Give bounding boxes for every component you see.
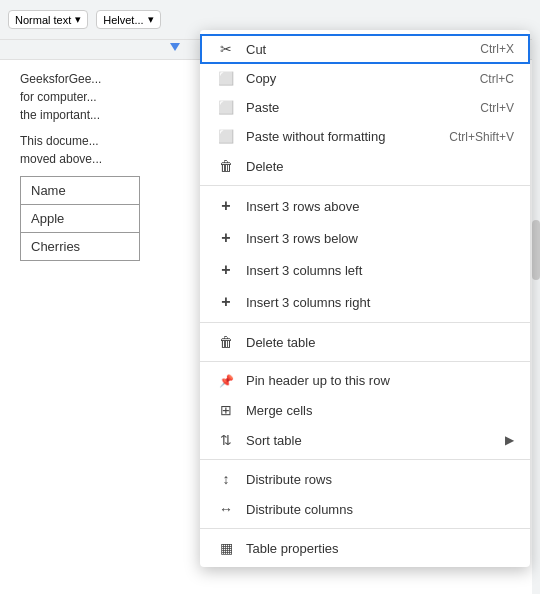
sort-table-icon: ⇅: [216, 432, 236, 448]
distribute-cols-icon: ↔: [216, 501, 236, 517]
style-dropdown[interactable]: Normal text ▾: [8, 10, 88, 29]
table-properties-icon: ▦: [216, 540, 236, 556]
merge-cells-icon: ⊞: [216, 402, 236, 418]
menu-item-insert-cols-right[interactable]: + Insert 3 columns right: [200, 286, 530, 318]
delete-table-icon: 🗑: [216, 334, 236, 350]
style-arrow: ▾: [75, 13, 81, 26]
delete-table-label: Delete table: [246, 335, 514, 350]
paste-label: Paste: [246, 100, 480, 115]
distribute-rows-label: Distribute rows: [246, 472, 514, 487]
pin-header-icon: 📌: [216, 374, 236, 388]
menu-item-insert-cols-left[interactable]: + Insert 3 columns left: [200, 254, 530, 286]
cut-icon: ✂: [216, 41, 236, 57]
copy-icon: ⬜: [216, 71, 236, 86]
insert-rows-above-label: Insert 3 rows above: [246, 199, 514, 214]
menu-item-insert-rows-below[interactable]: + Insert 3 rows below: [200, 222, 530, 254]
paste-icon: ⬜: [216, 100, 236, 115]
insert-cols-right-label: Insert 3 columns right: [246, 295, 514, 310]
insert-rows-above-icon: +: [216, 197, 236, 215]
menu-item-paste[interactable]: ⬜ Paste Ctrl+V: [200, 93, 530, 122]
menu-item-merge-cells[interactable]: ⊞ Merge cells: [200, 395, 530, 425]
insert-cols-left-label: Insert 3 columns left: [246, 263, 514, 278]
font-dropdown[interactable]: Helvet... ▾: [96, 10, 160, 29]
context-menu: ✂ Cut Ctrl+X ⬜ Copy Ctrl+C ⬜ Paste Ctrl+…: [200, 30, 530, 567]
menu-item-sort-table[interactable]: ⇅ Sort table ▶: [200, 425, 530, 455]
menu-item-distribute-cols[interactable]: ↔ Distribute columns: [200, 494, 530, 524]
table-properties-label: Table properties: [246, 541, 514, 556]
divider-2: [200, 322, 530, 323]
table-row: Apple: [21, 205, 140, 233]
style-label: Normal text: [15, 14, 71, 26]
sort-table-label: Sort table: [246, 433, 501, 448]
cut-label: Cut: [246, 42, 480, 57]
insert-rows-below-icon: +: [216, 229, 236, 247]
sort-table-arrow: ▶: [505, 433, 514, 447]
table-cell-name: Name: [21, 177, 140, 205]
menu-item-pin-header[interactable]: 📌 Pin header up to this row: [200, 366, 530, 395]
menu-item-cut[interactable]: ✂ Cut Ctrl+X: [200, 34, 530, 64]
menu-item-paste-no-format[interactable]: ⬜ Paste without formatting Ctrl+Shift+V: [200, 122, 530, 151]
menu-item-insert-rows-above[interactable]: + Insert 3 rows above: [200, 190, 530, 222]
merge-cells-label: Merge cells: [246, 403, 514, 418]
table-cell-cherries: Cherries: [21, 233, 140, 261]
menu-item-table-properties[interactable]: ▦ Table properties: [200, 533, 530, 563]
menu-item-copy[interactable]: ⬜ Copy Ctrl+C: [200, 64, 530, 93]
insert-cols-left-icon: +: [216, 261, 236, 279]
divider-1: [200, 185, 530, 186]
distribute-rows-icon: ↕: [216, 471, 236, 487]
divider-3: [200, 361, 530, 362]
paste-shortcut: Ctrl+V: [480, 101, 514, 115]
insert-cols-right-icon: +: [216, 293, 236, 311]
paste-no-format-label: Paste without formatting: [246, 129, 449, 144]
distribute-cols-label: Distribute columns: [246, 502, 514, 517]
menu-item-delete[interactable]: 🗑 Delete: [200, 151, 530, 181]
delete-label: Delete: [246, 159, 514, 174]
divider-4: [200, 459, 530, 460]
menu-item-delete-table[interactable]: 🗑 Delete table: [200, 327, 530, 357]
cut-shortcut: Ctrl+X: [480, 42, 514, 56]
paste-no-format-shortcut: Ctrl+Shift+V: [449, 130, 514, 144]
font-arrow: ▾: [148, 13, 154, 26]
table-row: Cherries: [21, 233, 140, 261]
delete-icon: 🗑: [216, 158, 236, 174]
pin-header-label: Pin header up to this row: [246, 373, 514, 388]
insert-rows-below-label: Insert 3 rows below: [246, 231, 514, 246]
document-table: Name Apple Cherries: [20, 176, 140, 261]
font-label: Helvet...: [103, 14, 143, 26]
table-cell-apple: Apple: [21, 205, 140, 233]
divider-5: [200, 528, 530, 529]
paste-no-format-icon: ⬜: [216, 129, 236, 144]
menu-item-distribute-rows[interactable]: ↕ Distribute rows: [200, 464, 530, 494]
ruler-indent-marker: [170, 43, 180, 51]
copy-label: Copy: [246, 71, 480, 86]
table-row: Name: [21, 177, 140, 205]
scrollbar-track: [532, 0, 540, 594]
scrollbar-thumb[interactable]: [532, 220, 540, 280]
copy-shortcut: Ctrl+C: [480, 72, 514, 86]
